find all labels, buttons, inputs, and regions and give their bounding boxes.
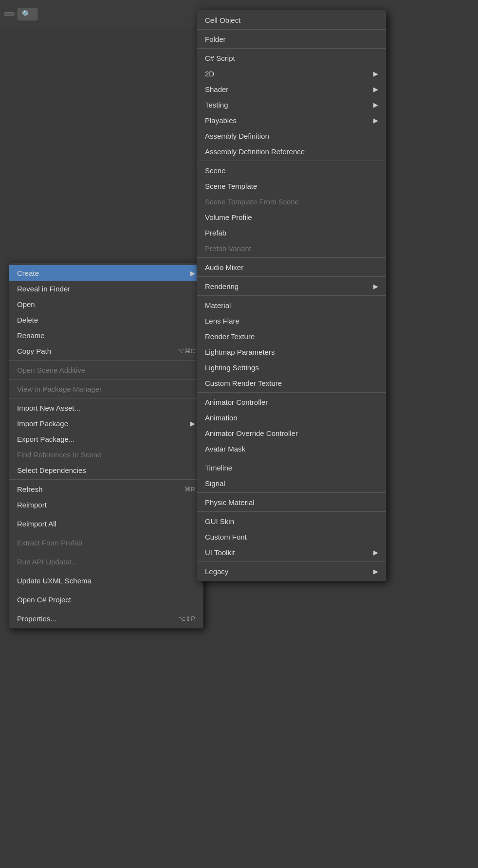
menu-separator: [197, 392, 386, 393]
menu-item-label-assembly-definition-reference: Assembly Definition Reference: [205, 147, 378, 156]
menu-item-lens-flare[interactable]: Lens Flare: [197, 313, 386, 328]
menu-item-label-physic-material: Physic Material: [205, 498, 378, 506]
menu-item-prefab[interactable]: Prefab: [197, 225, 386, 240]
menu-separator: [197, 492, 386, 493]
menu-item-custom-render-texture[interactable]: Custom Render Texture: [197, 375, 386, 391]
menu-item-assembly-definition-reference[interactable]: Assembly Definition Reference: [197, 144, 386, 159]
menu-item-gui-skin[interactable]: GUI Skin: [197, 513, 386, 529]
menu-item-volume-profile[interactable]: Volume Profile: [197, 209, 386, 225]
menu-item-animator-controller[interactable]: Animator Controller: [197, 394, 386, 410]
menu-item-assembly-definition[interactable]: Assembly Definition: [197, 128, 386, 144]
menu-separator: [9, 360, 203, 361]
menu-item-label-render-texture: Render Texture: [205, 332, 378, 341]
menu-separator: [197, 161, 386, 161]
menu-separator: [197, 29, 386, 30]
menu-item-avatar-mask[interactable]: Avatar Mask: [197, 441, 386, 456]
menu-item-shortcut-copy-path: ⌥⌘C: [177, 347, 195, 355]
menu-item-animation[interactable]: Animation: [197, 410, 386, 425]
menu-item-label-audio-mixer: Audio Mixer: [205, 263, 378, 271]
menu-item-select-dependencies[interactable]: Select Dependencies: [9, 462, 203, 478]
menu-item-material[interactable]: Material: [197, 297, 386, 313]
menu-separator: [197, 561, 386, 562]
menu-separator: [9, 590, 203, 590]
menu-item-legacy[interactable]: Legacy▶: [197, 563, 386, 579]
menu-item-delete[interactable]: Delete: [9, 312, 203, 327]
menu-item-label-volume-profile: Volume Profile: [205, 213, 378, 221]
submenu-arrow-legacy: ▶: [373, 568, 378, 575]
menu-item-audio-mixer[interactable]: Audio Mixer: [197, 259, 386, 275]
menu-item-label-find-references-in-scene: Find References In Scene: [17, 451, 195, 459]
menu-item-open-scene-additive: Open Scene Additive: [9, 362, 203, 378]
menu-item-label-custom-render-texture: Custom Render Texture: [205, 379, 378, 387]
menu-item-update-uxml-schema[interactable]: Update UXML Schema: [9, 573, 203, 588]
menu-item-reimport[interactable]: Reimport: [9, 497, 203, 512]
menu-item-reimport-all[interactable]: Reimport All: [9, 516, 203, 531]
menu-item-open[interactable]: Open: [9, 296, 203, 312]
menu-item-label-prefab-variant: Prefab Variant: [205, 244, 378, 253]
menu-item-reveal-in-finder[interactable]: Reveal in Finder: [9, 281, 203, 296]
menu-item-label-gui-skin: GUI Skin: [205, 517, 378, 525]
menu-item-signal[interactable]: Signal: [197, 475, 386, 491]
menu-separator: [197, 276, 386, 277]
menu-item-shader[interactable]: Shader▶: [197, 81, 386, 97]
menu-item-lighting-settings[interactable]: Lighting Settings: [197, 360, 386, 375]
submenu-arrow-rendering: ▶: [373, 283, 378, 290]
menu-separator: [197, 48, 386, 49]
menu-item-lightmap-parameters[interactable]: Lightmap Parameters: [197, 344, 386, 360]
menu-item-ui-toolkit[interactable]: UI Toolkit▶: [197, 544, 386, 560]
menu-item-render-texture[interactable]: Render Texture: [197, 328, 386, 344]
menu-item-properties[interactable]: Properties...⌥⇧P: [9, 611, 203, 626]
menu-item-label-import-package: Import Package: [17, 419, 190, 428]
menu-item-label-lightmap-parameters: Lightmap Parameters: [205, 348, 378, 356]
menu-item-rename[interactable]: Rename: [9, 327, 203, 343]
menu-item-label-reveal-in-finder: Reveal in Finder: [17, 285, 195, 293]
menu-item-label-custom-font: Custom Font: [205, 533, 378, 541]
menu-item-label-testing: Testing: [205, 101, 373, 109]
menu-item-folder[interactable]: Folder: [197, 31, 386, 47]
right-context-menu: Cell ObjectFolderC# Script2D▶Shader▶Test…: [197, 10, 386, 581]
menu-item-scene-template[interactable]: Scene Template: [197, 178, 386, 194]
menu-item-playables[interactable]: Playables▶: [197, 112, 386, 128]
toolbar: 🔍: [0, 0, 200, 28]
menu-item-create[interactable]: Create▶: [9, 265, 203, 281]
menu-item-open-csharp-project[interactable]: Open C# Project: [9, 592, 203, 607]
menu-item-rendering[interactable]: Rendering▶: [197, 278, 386, 294]
menu-item-label-reimport: Reimport: [17, 501, 195, 509]
menu-item-scene[interactable]: Scene: [197, 163, 386, 178]
menu-item-animator-override-controller[interactable]: Animator Override Controller: [197, 425, 386, 441]
menu-item-label-properties: Properties...: [17, 615, 178, 623]
menu-separator: [197, 295, 386, 296]
menu-item-2d[interactable]: 2D▶: [197, 66, 386, 81]
menu-item-export-package[interactable]: Export Package...: [9, 431, 203, 447]
search-bar[interactable]: 🔍: [18, 8, 37, 20]
menu-separator: [9, 609, 203, 609]
menu-item-label-delete: Delete: [17, 316, 195, 324]
menu-item-label-lens-flare: Lens Flare: [205, 317, 378, 325]
gizmos-dropdown[interactable]: [4, 12, 15, 16]
menu-item-label-open-scene-additive: Open Scene Additive: [17, 366, 195, 374]
menu-item-csharp-script[interactable]: C# Script: [197, 50, 386, 66]
menu-item-scene-template-from-scene: Scene Template From Scene: [197, 194, 386, 209]
menu-item-label-animator-controller: Animator Controller: [205, 398, 378, 406]
menu-item-testing[interactable]: Testing▶: [197, 97, 386, 112]
menu-item-timeline[interactable]: Timeline: [197, 460, 386, 475]
menu-item-copy-path[interactable]: Copy Path⌥⌘C: [9, 343, 203, 359]
menu-item-cell-object[interactable]: Cell Object: [197, 12, 386, 28]
menu-item-label-update-uxml-schema: Update UXML Schema: [17, 577, 195, 585]
menu-item-label-assembly-definition: Assembly Definition: [205, 132, 378, 140]
menu-item-label-open-csharp-project: Open C# Project: [17, 596, 195, 604]
menu-item-physic-material[interactable]: Physic Material: [197, 494, 386, 510]
left-context-menu: Create▶Reveal in FinderOpenDeleteRenameC…: [9, 263, 203, 629]
menu-item-label-reimport-all: Reimport All: [17, 520, 195, 528]
menu-item-label-legacy: Legacy: [205, 567, 373, 576]
menu-item-label-import-new-asset: Import New Asset...: [17, 404, 195, 412]
menu-separator: [9, 533, 203, 533]
menu-item-import-package[interactable]: Import Package▶: [9, 416, 203, 431]
menu-separator: [9, 379, 203, 380]
menu-item-shortcut-refresh: ⌘R: [184, 486, 195, 493]
menu-item-import-new-asset[interactable]: Import New Asset...: [9, 400, 203, 416]
menu-item-label-select-dependencies: Select Dependencies: [17, 466, 195, 474]
submenu-arrow-2d: ▶: [373, 70, 378, 77]
menu-item-refresh[interactable]: Refresh⌘R: [9, 481, 203, 497]
menu-item-custom-font[interactable]: Custom Font: [197, 529, 386, 544]
